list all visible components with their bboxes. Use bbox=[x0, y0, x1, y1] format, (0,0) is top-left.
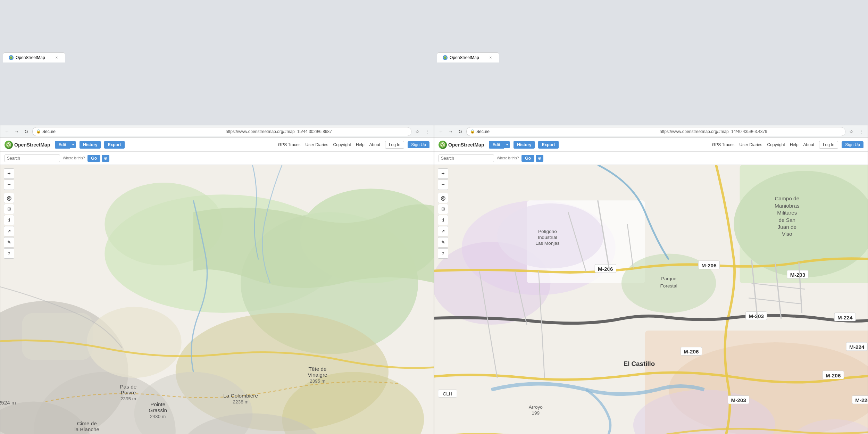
user-diaries-link-right[interactable]: User Diaries bbox=[740, 142, 762, 147]
edit-arrow-button-left[interactable]: ▾ bbox=[70, 141, 76, 148]
where-is-this-left: Where is this? bbox=[63, 156, 85, 160]
query-button-left[interactable]: ? bbox=[4, 248, 14, 259]
note-icon-right: ✎ bbox=[441, 240, 445, 245]
svg-text:2238 m: 2238 m bbox=[233, 399, 248, 404]
layers-button-left[interactable]: ⊞ bbox=[4, 204, 14, 214]
osm-navbar-left: OpenStreetMap Edit ▾ History Export GPS … bbox=[0, 138, 434, 152]
info-button-right[interactable]: ℹ bbox=[438, 215, 448, 225]
export-button-left[interactable]: Export bbox=[104, 141, 124, 149]
history-button-right[interactable]: History bbox=[514, 141, 535, 149]
locate-icon-left2: ◎ bbox=[7, 195, 11, 201]
layers-icon-left: ⊞ bbox=[7, 207, 11, 211]
signup-button-right[interactable]: Sign Up bbox=[842, 141, 863, 148]
go-button-right[interactable]: Go bbox=[521, 155, 534, 162]
edit-arrow-icon-left: ▾ bbox=[72, 143, 74, 147]
svg-text:2395 m: 2395 m bbox=[310, 378, 325, 384]
export-button-right[interactable]: Export bbox=[538, 141, 558, 149]
info-button-left[interactable]: ℹ bbox=[4, 215, 14, 225]
svg-text:Industrial: Industrial bbox=[538, 235, 557, 240]
svg-text:M-203: M-203 bbox=[749, 313, 764, 319]
tab-close-right[interactable]: × bbox=[488, 55, 493, 60]
osm-logo-text-left: OpenStreetMap bbox=[14, 142, 50, 148]
help-link-left[interactable]: Help bbox=[356, 142, 365, 147]
tab-close-left[interactable]: × bbox=[54, 55, 59, 60]
map-area-left[interactable]: Pas de Poivre 2395 m Cime de la Blanche … bbox=[0, 165, 434, 434]
zoom-out-button-left[interactable]: − bbox=[4, 180, 14, 190]
login-button-left[interactable]: Log In bbox=[385, 141, 404, 149]
back-button-left[interactable]: ← bbox=[3, 128, 11, 135]
help-link-right[interactable]: Help bbox=[790, 142, 799, 147]
menu-button-right[interactable]: ⋮ bbox=[857, 128, 865, 135]
menu-button-left[interactable]: ⋮ bbox=[423, 128, 431, 135]
edit-arrow-button-right[interactable]: ▾ bbox=[504, 141, 510, 148]
lock-icon-right: 🔒 bbox=[470, 129, 475, 134]
query-button-right[interactable]: ? bbox=[438, 248, 448, 259]
forward-button-left[interactable]: → bbox=[13, 128, 20, 135]
share-button-left[interactable]: ↗ bbox=[4, 226, 14, 236]
bookmark-button-right[interactable]: ☆ bbox=[848, 128, 855, 135]
edit-button-right[interactable]: Edit bbox=[489, 141, 504, 149]
forward-icon-left: → bbox=[14, 129, 19, 134]
url-bar-right[interactable]: 🔒 Secure https://www.openstreetmap.org/#… bbox=[466, 127, 845, 136]
edit-button-left[interactable]: Edit bbox=[55, 141, 70, 149]
go-button-left[interactable]: Go bbox=[87, 155, 100, 162]
svg-text:CLH: CLH bbox=[443, 391, 452, 397]
reload-button-left[interactable]: ↻ bbox=[23, 128, 30, 135]
search-input-left[interactable] bbox=[5, 155, 60, 162]
osm-nav-links-left: GPS Traces User Diaries Copyright Help A… bbox=[278, 142, 380, 147]
layers-button-right[interactable]: ⊞ bbox=[438, 204, 448, 214]
bookmark-button-left[interactable]: ☆ bbox=[414, 128, 421, 135]
forward-button-right[interactable]: → bbox=[447, 128, 454, 135]
browser-tab-right[interactable]: OpenStreetMap × bbox=[437, 52, 499, 62]
svg-text:Las Monjas: Las Monjas bbox=[535, 241, 560, 246]
svg-text:Poivre: Poivre bbox=[121, 390, 136, 395]
locate-me-button-right[interactable]: ◎ bbox=[438, 193, 448, 203]
svg-text:2524 m: 2524 m bbox=[0, 400, 16, 406]
osm-nav-links-right: GPS Traces User Diaries Copyright Help A… bbox=[712, 142, 814, 147]
svg-text:M-206: M-206 bbox=[701, 262, 716, 268]
gps-traces-link-left[interactable]: GPS Traces bbox=[278, 142, 301, 147]
svg-text:Militares: Militares bbox=[777, 210, 797, 216]
osm-navbar-right: OpenStreetMap Edit ▾ History Export GPS … bbox=[434, 138, 868, 152]
osm-logo-right[interactable]: OpenStreetMap bbox=[439, 141, 484, 149]
edit-arrow-icon-right: ▾ bbox=[506, 143, 508, 147]
search-input-right[interactable] bbox=[439, 155, 494, 162]
osm-logo-left[interactable]: OpenStreetMap bbox=[5, 141, 50, 149]
svg-point-15 bbox=[87, 307, 182, 378]
about-link-left[interactable]: About bbox=[369, 142, 380, 147]
locate-icon-right3: ◎ bbox=[441, 195, 445, 201]
browser-tab-left[interactable]: OpenStreetMap × bbox=[3, 52, 65, 62]
map-area-right[interactable]: Campo de Maniobras Militares de San Juan… bbox=[434, 165, 868, 434]
copyright-link-right[interactable]: Copyright bbox=[767, 142, 785, 147]
gps-traces-link-right[interactable]: GPS Traces bbox=[712, 142, 735, 147]
svg-text:Campo de: Campo de bbox=[775, 195, 799, 201]
copyright-link-left[interactable]: Copyright bbox=[333, 142, 351, 147]
svg-text:M-224: M-224 bbox=[837, 315, 853, 320]
urban-map-svg: Campo de Maniobras Militares de San Juan… bbox=[434, 165, 868, 434]
note-button-right[interactable]: ✎ bbox=[438, 237, 448, 248]
reload-button-right[interactable]: ↻ bbox=[457, 128, 464, 135]
svg-text:La Colombière: La Colombière bbox=[223, 393, 258, 399]
url-bar-left[interactable]: 🔒 Secure https://www.openstreetmap.org/#… bbox=[32, 127, 411, 136]
zoom-in-button-left[interactable]: + bbox=[4, 168, 14, 179]
svg-text:2430 m: 2430 m bbox=[150, 414, 166, 419]
about-link-right[interactable]: About bbox=[803, 142, 814, 147]
note-button-left[interactable]: ✎ bbox=[4, 237, 14, 248]
share-button-right[interactable]: ↗ bbox=[438, 226, 448, 236]
svg-text:2395 m: 2395 m bbox=[120, 396, 136, 401]
history-button-left[interactable]: History bbox=[80, 141, 101, 149]
locator-button-right[interactable]: ⊕ bbox=[536, 155, 543, 162]
zoom-out-button-right[interactable]: − bbox=[438, 180, 448, 190]
login-button-right[interactable]: Log In bbox=[819, 141, 838, 149]
user-diaries-link-left[interactable]: User Diaries bbox=[306, 142, 328, 147]
svg-text:M-203: M-203 bbox=[790, 272, 805, 278]
back-button-right[interactable]: ← bbox=[437, 128, 445, 135]
svg-text:la Blanche: la Blanche bbox=[74, 426, 99, 432]
edit-group-right: Edit ▾ bbox=[489, 141, 510, 149]
secure-label-left: Secure bbox=[42, 129, 224, 134]
zoom-in-button-right[interactable]: + bbox=[438, 168, 448, 179]
signup-button-left[interactable]: Sign Up bbox=[408, 141, 429, 148]
locator-button-left[interactable]: ⊕ bbox=[102, 155, 109, 162]
url-text-right: https://www.openstreetmap.org/#map=14/40… bbox=[660, 129, 842, 134]
locate-me-button-left[interactable]: ◎ bbox=[4, 193, 14, 203]
